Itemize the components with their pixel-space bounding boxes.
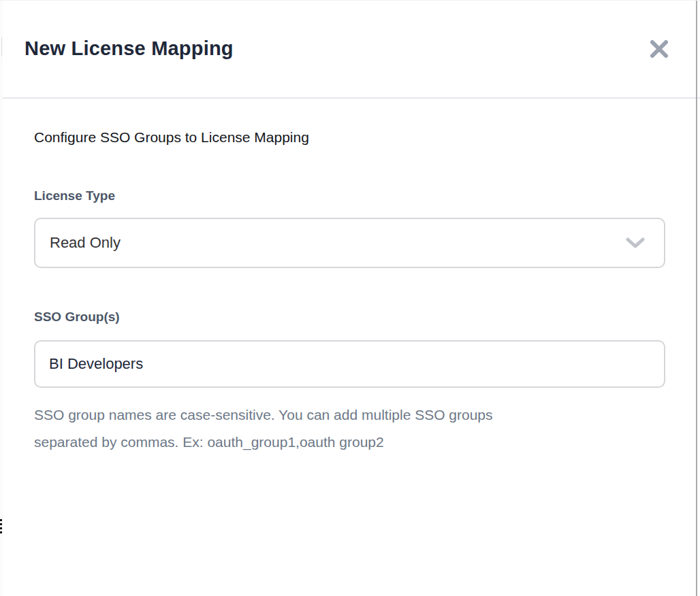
background-page-sliver <box>0 0 3 596</box>
modal-body: Configure SSO Groups to License Mapping … <box>0 99 700 456</box>
license-type-field: License Type Read Only <box>34 188 665 268</box>
modal-title: New License Mapping <box>25 37 234 60</box>
modal-right-edge-line <box>696 0 697 596</box>
sso-groups-label: SSO Group(s) <box>34 310 665 325</box>
close-icon <box>649 39 669 59</box>
sso-groups-help-line-2: separated by commas. Ex: oauth_group1,oa… <box>34 434 384 450</box>
license-type-selected-value: Read Only <box>50 234 121 252</box>
license-type-label: License Type <box>34 188 665 203</box>
screen: New License Mapping Configure SSO Groups… <box>0 0 700 596</box>
background-edge-line <box>1 37 2 56</box>
sso-groups-help-text: SSO group names are case-sensitive. You … <box>34 388 665 456</box>
chevron-down-icon <box>626 237 645 249</box>
top-hairline <box>0 0 700 1</box>
background-list-icon <box>0 519 2 535</box>
sso-groups-input[interactable] <box>34 340 665 388</box>
new-license-mapping-modal: New License Mapping Configure SSO Groups… <box>0 0 700 596</box>
sso-groups-field: SSO Group(s) SSO group names are case-se… <box>34 310 665 456</box>
modal-subtitle: Configure SSO Groups to License Mapping <box>34 99 665 146</box>
modal-header: New License Mapping <box>0 0 700 99</box>
close-button[interactable] <box>646 35 673 63</box>
license-type-select[interactable]: Read Only <box>34 218 665 268</box>
sso-groups-help-line-1: SSO group names are case-sensitive. You … <box>34 407 493 423</box>
